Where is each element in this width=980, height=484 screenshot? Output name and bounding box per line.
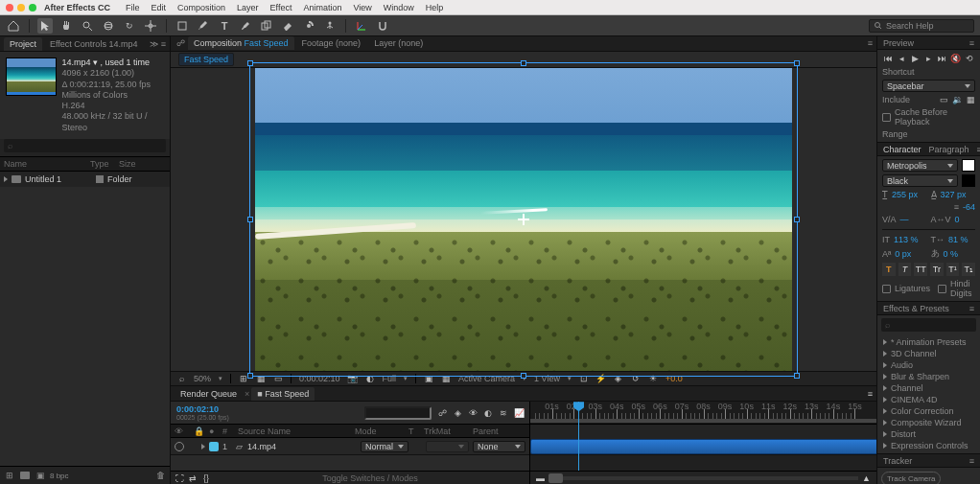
layer-clip-bar[interactable] bbox=[530, 439, 876, 454]
resize-handle[interactable] bbox=[794, 373, 800, 379]
interpret-icon[interactable]: ⊞ bbox=[4, 470, 15, 481]
tab-footage[interactable]: Footage (none) bbox=[296, 36, 367, 50]
expand-icon[interactable]: ⛶ bbox=[175, 473, 184, 483]
trash-icon[interactable]: 🗑 bbox=[154, 470, 166, 481]
magnify-icon[interactable]: ⌕ bbox=[176, 374, 186, 383]
tsume-field[interactable]: 0 % bbox=[944, 249, 959, 259]
project-row-folder[interactable]: Untitled 1 Folder bbox=[0, 172, 170, 187]
layer-label-swatch[interactable] bbox=[209, 442, 219, 451]
cache-checkbox[interactable] bbox=[882, 113, 891, 122]
superscript-button[interactable]: T¹ bbox=[946, 263, 960, 276]
prev-frame-icon[interactable]: ◂ bbox=[897, 53, 908, 64]
window-controls[interactable] bbox=[6, 4, 36, 12]
effects-category[interactable]: Distort bbox=[877, 428, 980, 440]
comp-mini-flowchart-icon[interactable]: ☍ bbox=[437, 408, 447, 418]
next-frame-icon[interactable]: ▸ bbox=[923, 53, 935, 64]
label-swatch[interactable] bbox=[96, 175, 104, 183]
disclosure-icon[interactable] bbox=[201, 444, 205, 449]
orbit-tool-icon[interactable] bbox=[101, 18, 116, 34]
trkmat-dropdown[interactable] bbox=[426, 441, 469, 452]
faux-bold-button[interactable]: T bbox=[882, 263, 896, 276]
timeline-layer-row[interactable]: 1 ▱ 14.mp4 Normal None bbox=[171, 438, 529, 455]
menu-composition[interactable]: Composition bbox=[177, 3, 225, 12]
font-size-field[interactable]: 255 px bbox=[892, 190, 918, 199]
track-camera-button[interactable]: Track Camera bbox=[881, 472, 941, 484]
tab-timeline-comp[interactable]: ■ Fast Speed bbox=[251, 387, 315, 401]
disclosure-icon[interactable] bbox=[883, 362, 887, 368]
resize-handle[interactable] bbox=[794, 60, 800, 66]
include-video-icon[interactable]: ▭ bbox=[939, 95, 948, 104]
leading-field[interactable]: 327 px bbox=[941, 190, 967, 199]
zoom-in-icon[interactable]: ▲ bbox=[862, 473, 871, 483]
toggle-switches-button[interactable]: Toggle Switches / Modes bbox=[215, 473, 525, 483]
layer-name[interactable]: 14.mp4 bbox=[247, 442, 357, 451]
help-search[interactable]: Search Help bbox=[869, 19, 974, 33]
hand-tool-icon[interactable] bbox=[58, 18, 74, 34]
small-caps-button[interactable]: Tr bbox=[930, 263, 944, 276]
close-window-icon[interactable] bbox=[6, 4, 13, 12]
roto-tool-icon[interactable] bbox=[301, 18, 316, 34]
tab-render-queue[interactable]: Render Queue bbox=[175, 387, 243, 401]
disclosure-icon[interactable] bbox=[883, 339, 887, 345]
effects-category[interactable]: Composite Wizard bbox=[877, 417, 980, 428]
bpc-toggle[interactable]: 8 bpc bbox=[50, 470, 69, 481]
stroke-color-swatch[interactable] bbox=[962, 174, 975, 187]
motion-blur-icon[interactable]: ≋ bbox=[499, 408, 508, 418]
include-overlays-icon[interactable]: ▦ bbox=[966, 95, 975, 104]
hindi-checkbox[interactable] bbox=[938, 285, 946, 293]
vscale-field[interactable]: 113 % bbox=[894, 235, 919, 244]
new-folder-icon[interactable] bbox=[19, 470, 31, 481]
type-tool-icon[interactable]: T bbox=[217, 18, 232, 34]
effects-category[interactable]: 3D Channel bbox=[877, 348, 980, 359]
disclosure-icon[interactable] bbox=[883, 374, 887, 380]
zoom-handle[interactable] bbox=[548, 473, 563, 483]
resize-handle[interactable] bbox=[521, 60, 526, 66]
panel-menu-icon[interactable]: ≫ ≡ bbox=[150, 39, 166, 49]
disclosure-icon[interactable] bbox=[883, 420, 887, 426]
brackets-icon[interactable]: {} bbox=[201, 473, 211, 483]
menu-file[interactable]: File bbox=[126, 3, 140, 12]
tab-effect-controls[interactable]: Effect Controls 14.mp4 bbox=[44, 37, 143, 51]
eraser-tool-icon[interactable] bbox=[280, 18, 295, 34]
clip-thumbnail[interactable] bbox=[6, 58, 57, 96]
anchor-tool-icon[interactable] bbox=[143, 18, 158, 34]
rotate-tool-icon[interactable]: ↻ bbox=[122, 18, 137, 34]
zoom-out-icon[interactable]: ▬ bbox=[536, 473, 545, 483]
toggle-switches-icon[interactable]: ⇄ bbox=[188, 473, 198, 483]
play-icon[interactable]: ▶ bbox=[910, 53, 922, 64]
parent-dropdown[interactable]: None bbox=[473, 441, 525, 452]
resize-handle[interactable] bbox=[521, 373, 526, 379]
auto-leading-field[interactable]: -64 bbox=[963, 202, 975, 212]
new-comp-icon[interactable]: ▣ bbox=[35, 470, 46, 481]
clone-tool-icon[interactable] bbox=[259, 18, 274, 34]
hscale-field[interactable]: 81 % bbox=[948, 235, 968, 244]
faux-italic-button[interactable]: T bbox=[898, 263, 912, 276]
disclosure-icon[interactable] bbox=[883, 351, 887, 357]
tracking-field[interactable]: 0 bbox=[955, 215, 960, 224]
menu-view[interactable]: View bbox=[353, 3, 371, 12]
disclosure-icon[interactable] bbox=[883, 397, 887, 403]
puppet-tool-icon[interactable] bbox=[322, 18, 338, 34]
panel-menu-icon[interactable]: ≡ bbox=[868, 38, 873, 48]
tab-paragraph[interactable]: Paragraph bbox=[929, 145, 969, 154]
disclosure-icon[interactable] bbox=[883, 431, 887, 437]
include-audio-icon[interactable]: 🔉 bbox=[952, 95, 962, 104]
disclosure-icon[interactable] bbox=[883, 408, 887, 414]
timeline-tracks[interactable]: 01s02s03s04s05s06s07s08s09s10s11s12s13s1… bbox=[530, 402, 876, 484]
effects-search[interactable]: ⌕ bbox=[881, 318, 976, 332]
font-style-dropdown[interactable]: Black bbox=[882, 174, 958, 187]
shy-icon[interactable]: 👁 bbox=[468, 408, 478, 418]
fill-color-swatch[interactable] bbox=[962, 159, 975, 172]
timeline-zoom-slider[interactable] bbox=[548, 476, 858, 480]
subscript-button[interactable]: T₁ bbox=[962, 263, 975, 276]
effects-category[interactable]: CINEMA 4D bbox=[877, 394, 980, 405]
comp-breadcrumb[interactable]: Fast Speed bbox=[178, 53, 234, 66]
menu-help[interactable]: Help bbox=[426, 3, 444, 12]
brush-tool-icon[interactable] bbox=[238, 18, 253, 34]
tab-character[interactable]: Character bbox=[883, 145, 922, 154]
selection-tool-icon[interactable] bbox=[37, 18, 53, 34]
tab-project[interactable]: Project bbox=[4, 37, 42, 51]
effects-category[interactable]: Color Correction bbox=[877, 405, 980, 417]
menu-layer[interactable]: Layer bbox=[237, 3, 259, 12]
all-caps-button[interactable]: TT bbox=[914, 263, 927, 276]
